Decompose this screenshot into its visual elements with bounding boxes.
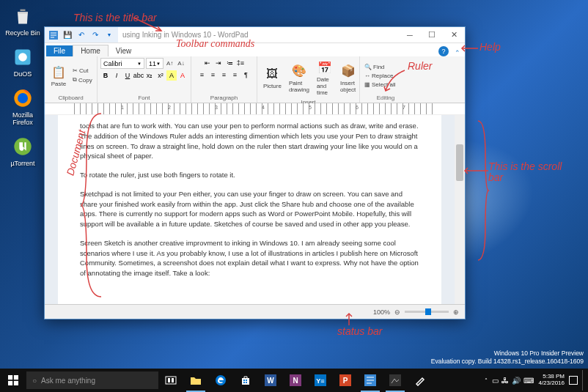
search-box[interactable]: ○ Ask me anything xyxy=(26,371,158,389)
onenote-icon[interactable]: N xyxy=(283,369,308,392)
date-time-button[interactable]: 📅Date and time xyxy=(314,58,336,97)
save-icon[interactable]: 💾 xyxy=(62,29,73,41)
ink-workspace-icon[interactable] xyxy=(408,369,433,392)
tab-file[interactable]: File xyxy=(46,45,73,56)
paragraph-dialog-button[interactable]: ¶ xyxy=(241,70,251,80)
svg-rect-12 xyxy=(168,378,170,382)
svg-text:W: W xyxy=(267,377,274,385)
justify-button[interactable]: ≡ xyxy=(230,70,240,80)
calendar-icon: 📅 xyxy=(317,59,333,75)
document-page[interactable]: tools that are fun to work with. You can… xyxy=(58,115,441,304)
action-center-icon[interactable] xyxy=(569,376,578,385)
window-title: using Inking in Windows 10 - WordPad xyxy=(118,31,399,39)
object-icon: 📦 xyxy=(340,63,356,79)
taskbar: ○ Ask me anything W N Y≡ P ˄ ▭ 🖧 🔊 ⌨ 5:3… xyxy=(0,369,588,392)
strikethrough-button[interactable]: abc xyxy=(133,70,144,81)
grow-font-button[interactable]: A↑ xyxy=(165,58,174,69)
zoom-out-button[interactable]: ⊖ xyxy=(394,308,400,316)
volume-icon[interactable]: 🔊 xyxy=(512,377,521,385)
picture-button[interactable]: 🖼Picture xyxy=(260,64,284,91)
cut-button[interactable]: ✂Cut xyxy=(71,67,94,75)
duos-icon[interactable]: DuOS xyxy=(4,45,41,78)
svg-text:P: P xyxy=(343,377,348,385)
decrease-indent-button[interactable]: ⇤ xyxy=(202,58,213,68)
word-icon[interactable]: W xyxy=(258,369,283,392)
paragraph: To rotate the ruler, just use both finge… xyxy=(80,170,419,180)
network-icon[interactable]: 🖧 xyxy=(501,377,509,385)
svg-text:N: N xyxy=(293,377,298,385)
shrink-font-button[interactable]: A↓ xyxy=(176,58,185,69)
text-highlight-button[interactable]: A xyxy=(166,70,177,81)
insert-object-button[interactable]: 📦Insert object xyxy=(337,62,359,95)
annotation-statusbar: status bar xyxy=(337,325,382,338)
firefox-icon[interactable]: Mozilla Firefox xyxy=(4,86,41,126)
file-explorer-icon[interactable] xyxy=(183,369,208,392)
svg-point-4 xyxy=(18,93,28,103)
bullets-button[interactable]: ≔ xyxy=(224,58,235,68)
clock[interactable]: 5:38 PM 4/23/2016 xyxy=(538,374,565,387)
paint-drawing-button[interactable]: 🎨Paint drawing xyxy=(286,62,312,95)
align-left-button[interactable]: ≡ xyxy=(197,70,207,80)
font-color-button[interactable]: A xyxy=(177,70,188,81)
bold-button[interactable]: B xyxy=(100,70,111,81)
powerpoint-icon[interactable]: P xyxy=(333,369,358,392)
zoom-in-button[interactable]: ⊕ xyxy=(453,308,459,316)
recycle-bin-icon[interactable]: Recycle Bin xyxy=(4,4,41,37)
watermark: Windows 10 Pro Insider Preview Evaluatio… xyxy=(431,350,584,366)
store-icon[interactable] xyxy=(233,369,258,392)
increase-indent-button[interactable]: ⇥ xyxy=(213,58,224,68)
find-icon: 🔍 xyxy=(364,64,372,70)
close-button[interactable]: ✕ xyxy=(443,27,465,43)
zoom-level: 100% xyxy=(373,308,390,316)
underline-button[interactable]: U xyxy=(122,70,133,81)
wordpad-taskbar-icon[interactable] xyxy=(358,369,383,392)
font-size-combo[interactable]: 11▼ xyxy=(146,58,163,69)
subscript-button[interactable]: x₂ xyxy=(144,70,155,81)
statusbar: 100% ⊖ ⊕ xyxy=(45,304,465,319)
copy-button[interactable]: ⧉Copy xyxy=(71,75,94,84)
line-spacing-button[interactable]: ‡≡ xyxy=(235,58,246,68)
paste-icon: 📋 xyxy=(51,64,67,80)
font-name-combo[interactable]: Calibri▼ xyxy=(100,58,144,69)
titlebar[interactable]: 💾 ↶ ↷ ▼ using Inking in Windows 10 - Wor… xyxy=(45,27,465,43)
align-right-button[interactable]: ≡ xyxy=(219,70,229,80)
select-all-button[interactable]: ▦Select all xyxy=(363,81,397,89)
qat-dropdown-icon[interactable]: ▼ xyxy=(103,29,115,41)
maximize-button[interactable]: ☐ xyxy=(421,27,443,43)
annotation-titlebar: This is the title bar xyxy=(73,12,157,24)
show-desktop-button[interactable] xyxy=(582,370,585,391)
ruler[interactable]: 123 4567 xyxy=(45,103,465,115)
screen-sketch-icon[interactable] xyxy=(383,369,408,392)
align-center-button[interactable]: ≡ xyxy=(208,70,218,80)
tab-home[interactable]: Home xyxy=(73,45,109,56)
find-button[interactable]: 🔍Find xyxy=(363,63,397,71)
utorrent-icon[interactable]: µTorrent xyxy=(4,135,41,167)
italic-button[interactable]: I xyxy=(111,70,122,81)
keyboard-icon[interactable]: ⌨ xyxy=(523,377,534,385)
vertical-scrollbar[interactable] xyxy=(455,115,465,304)
ribbon: 📋 Paste ✂Cut ⧉Copy Clipboard Calibri▼ 11… xyxy=(45,56,465,103)
minimize-button[interactable]: ─ xyxy=(399,27,421,43)
zoom-slider[interactable] xyxy=(405,311,449,313)
task-view-button[interactable] xyxy=(158,369,183,392)
tab-view[interactable]: View xyxy=(109,45,139,56)
svg-rect-0 xyxy=(21,10,26,11)
tray-chevron-icon[interactable]: ˄ xyxy=(485,377,488,384)
help-button[interactable]: ? xyxy=(438,46,449,56)
svg-rect-7 xyxy=(8,375,12,380)
paste-button[interactable]: 📋 Paste xyxy=(48,62,70,89)
scrollbar-thumb[interactable] xyxy=(456,144,463,181)
copy-icon: ⧉ xyxy=(73,76,77,84)
redo-icon[interactable]: ↷ xyxy=(89,29,101,41)
yammer-icon[interactable]: Y≡ xyxy=(308,369,333,392)
paragraph: Sketchpad is not limited to your Pen eit… xyxy=(80,189,419,229)
superscript-button[interactable]: x² xyxy=(155,70,166,81)
undo-icon[interactable]: ↶ xyxy=(76,29,87,41)
svg-rect-8 xyxy=(14,375,18,380)
collapse-ribbon-icon[interactable]: ⌃ xyxy=(455,49,460,56)
battery-icon[interactable]: ▭ xyxy=(492,377,499,385)
replace-button[interactable]: ↔Replace xyxy=(363,72,397,80)
paragraph: Screen Sketch is another creative improv… xyxy=(80,238,419,278)
edge-icon[interactable] xyxy=(208,369,233,392)
start-button[interactable] xyxy=(0,369,26,392)
